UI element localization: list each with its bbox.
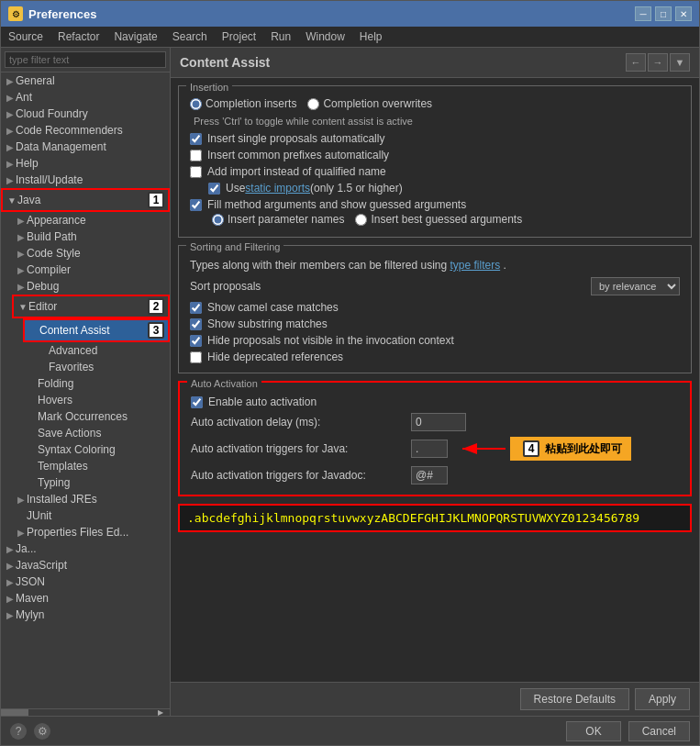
menu-refactor[interactable]: Refactor	[50, 28, 106, 45]
restore-defaults-button[interactable]: Restore Defaults	[520, 688, 629, 710]
enable-auto-activation-checkbox[interactable]: Enable auto activation	[191, 394, 679, 410]
sidebar-item-advanced[interactable]: Advanced	[34, 342, 170, 359]
completion-overwrites-radio[interactable]: Completion overwrites	[307, 97, 432, 110]
sidebar-item-content-assist[interactable]: Content Assist 3	[25, 320, 168, 340]
insert-single-proposals-checkbox[interactable]: Insert single proposals automatically	[190, 130, 680, 147]
sidebar-item-label: Save Actions	[38, 427, 101, 440]
hide-proposals-checkbox[interactable]: Hide proposals not visible in the invoca…	[190, 332, 680, 349]
sidebar-item-code-recommenders[interactable]: ▶ Code Recommenders	[1, 122, 170, 139]
panel-header: Content Assist ← → ▼	[171, 48, 699, 78]
menu-window[interactable]: Window	[298, 28, 352, 45]
dropdown-button[interactable]: ▼	[670, 53, 690, 72]
sidebar-item-java[interactable]: ▼ Java 1	[3, 190, 168, 210]
activation-delay-input[interactable]	[411, 413, 466, 431]
fill-method-args-checkbox[interactable]: Fill method arguments and show guessed a…	[190, 196, 680, 213]
param-names-radio[interactable]: Insert parameter names	[212, 213, 344, 226]
fill-method-args-input[interactable]	[190, 199, 202, 211]
static-imports-input[interactable]	[208, 183, 220, 195]
sidebar-item-folding[interactable]: Folding	[23, 375, 170, 392]
enable-auto-activation-input[interactable]	[191, 396, 203, 408]
insert-common-prefixes-checkbox[interactable]: Insert common prefixes automatically	[190, 147, 680, 163]
activation-java-input[interactable]	[411, 440, 448, 458]
sidebar-item-save-actions[interactable]: Save Actions	[23, 425, 170, 441]
hide-proposals-input[interactable]	[190, 335, 202, 347]
sidebar-item-favorites[interactable]: Favorites	[34, 359, 170, 375]
sidebar-item-label: Editor	[28, 300, 57, 313]
add-import-checkbox[interactable]: Add import instead of qualified name	[190, 163, 680, 180]
hide-deprecated-input[interactable]	[190, 351, 202, 363]
menu-navigate[interactable]: Navigate	[106, 28, 164, 45]
sidebar-item-cloud-foundry[interactable]: ▶ Cloud Foundry	[1, 106, 170, 122]
sidebar-item-install-update[interactable]: ▶ Install/Update	[1, 172, 170, 188]
sidebar-item-debug[interactable]: ▶ Debug	[12, 278, 170, 295]
completion-overwrites-input[interactable]	[307, 98, 319, 110]
insert-common-prefixes-input[interactable]	[190, 150, 202, 161]
sidebar-item-ja[interactable]: ▶ Ja...	[1, 540, 170, 557]
menu-search[interactable]: Search	[165, 28, 215, 45]
ok-button[interactable]: OK	[566, 721, 620, 741]
settings-footer-icon[interactable]: ⚙	[34, 723, 50, 740]
content-assist-red-box: Content Assist 3	[23, 318, 170, 342]
close-button[interactable]: ✕	[675, 6, 692, 21]
enable-auto-activation-label: Enable auto activation	[208, 395, 317, 408]
sidebar-item-label: Debug	[27, 280, 59, 293]
sidebar-item-build-path[interactable]: ▶ Build Path	[12, 228, 170, 245]
sidebar-item-json[interactable]: ▶ JSON	[1, 573, 170, 590]
sidebar-item-mylyn[interactable]: ▶ Mylyn	[1, 607, 170, 623]
auto-activation-inner: Enable auto activation Auto activation d…	[180, 394, 690, 495]
sidebar-item-appearance[interactable]: ▶ Appearance	[12, 212, 170, 228]
sidebar-item-properties-files[interactable]: ▶ Properties Files Ed...	[12, 524, 170, 540]
activation-javadoc-input[interactable]	[411, 466, 448, 484]
back-button[interactable]: ←	[626, 53, 646, 72]
completion-inserts-input[interactable]	[190, 98, 202, 110]
sidebar-item-maven[interactable]: ▶ Maven	[1, 590, 170, 607]
show-substring-input[interactable]	[190, 318, 202, 330]
menu-run[interactable]: Run	[263, 28, 298, 45]
hide-deprecated-checkbox[interactable]: Hide deprecated references	[190, 349, 680, 365]
sidebar-item-templates[interactable]: Templates	[23, 458, 170, 474]
settings-icon-label: ⚙	[38, 725, 48, 738]
callout-box: 4 粘贴到此处即可	[510, 437, 631, 461]
sidebar-item-mark-occurrences[interactable]: Mark Occurrences	[23, 408, 170, 425]
sidebar-item-compiler[interactable]: ▶ Compiler	[12, 262, 170, 278]
sidebar-item-syntax-coloring[interactable]: Syntax Coloring	[23, 441, 170, 458]
type-filters-link[interactable]: type filters	[450, 259, 500, 272]
minimize-button[interactable]: ─	[635, 6, 651, 21]
sidebar-item-hovers[interactable]: Hovers	[23, 392, 170, 408]
sidebar-item-label: General	[16, 74, 55, 87]
sort-select[interactable]: by relevance alphabetically	[591, 277, 680, 295]
sidebar-item-junit[interactable]: JUnit	[12, 507, 170, 524]
sidebar-scrollbar[interactable]: ▶	[1, 708, 170, 716]
static-imports-link[interactable]: static imports	[245, 182, 310, 195]
menu-project[interactable]: Project	[215, 28, 263, 45]
maximize-button[interactable]: □	[655, 6, 672, 21]
forward-button[interactable]: →	[648, 53, 668, 72]
cancel-button[interactable]: Cancel	[628, 721, 690, 741]
sidebar-item-javascript[interactable]: ▶ JavaScript	[1, 557, 170, 573]
show-camel-case-input[interactable]	[190, 302, 202, 314]
footer-bar: ? ⚙ OK Cancel	[1, 716, 699, 745]
sidebar-item-ant[interactable]: ▶ Ant	[1, 89, 170, 106]
show-camel-case-checkbox[interactable]: Show camel case matches	[190, 299, 680, 316]
sorting-section: Sorting and Filtering Types along with t…	[178, 245, 692, 373]
menu-help[interactable]: Help	[352, 28, 390, 45]
sidebar-item-typing[interactable]: Typing	[23, 474, 170, 491]
insert-single-proposals-input[interactable]	[190, 133, 202, 145]
sidebar-item-editor[interactable]: ▼ Editor 2	[14, 296, 168, 317]
add-import-input[interactable]	[190, 166, 202, 178]
sidebar-item-code-style[interactable]: ▶ Code Style	[12, 245, 170, 262]
show-substring-checkbox[interactable]: Show substring matches	[190, 316, 680, 332]
sidebar-item-installed-jres[interactable]: ▶ Installed JREs	[12, 491, 170, 507]
sidebar-item-help[interactable]: ▶ Help	[1, 155, 170, 172]
best-guessed-radio[interactable]: Insert best guessed arguments	[355, 213, 522, 226]
help-footer-icon[interactable]: ?	[10, 723, 27, 740]
param-names-input[interactable]	[212, 214, 224, 226]
sidebar-item-general[interactable]: ▶ General	[1, 72, 170, 89]
menu-source[interactable]: Source	[1, 28, 50, 45]
sidebar-item-data-management[interactable]: ▶ Data Management	[1, 139, 170, 155]
activation-delay-row: Auto activation delay (ms):	[191, 410, 679, 434]
best-guessed-input[interactable]	[355, 214, 367, 226]
apply-button[interactable]: Apply	[635, 688, 690, 710]
completion-inserts-radio[interactable]: Completion inserts	[190, 97, 296, 110]
sidebar-search-input[interactable]	[5, 51, 166, 68]
